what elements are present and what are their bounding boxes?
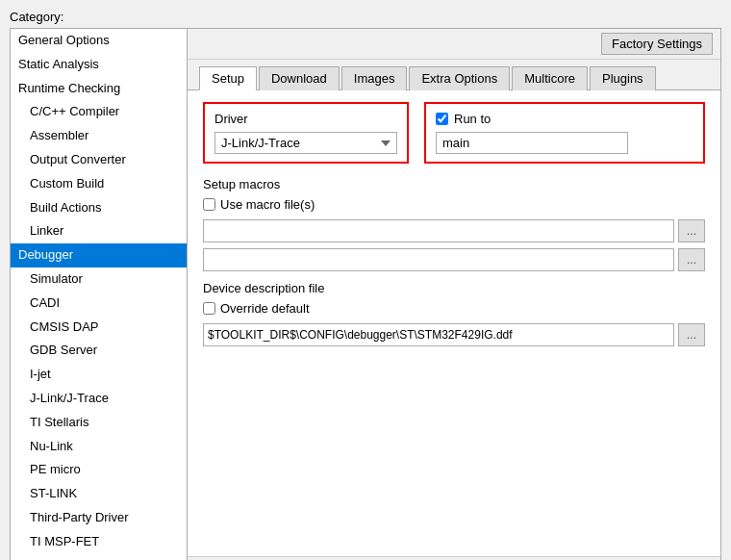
sidebar-item-cmsis-dap[interactable]: CMSIS DAP — [11, 316, 187, 340]
macro-field2-row: ... — [203, 248, 705, 271]
run-to-checkbox[interactable] — [436, 113, 448, 125]
sidebar-item-custom-build[interactable]: Custom Build — [11, 172, 187, 196]
sidebar-item-st-link[interactable]: ST-LINK — [11, 482, 187, 506]
device-path-row: ... — [203, 323, 705, 346]
sidebar-item-simulator[interactable]: Simulator — [11, 267, 187, 292]
device-description-title: Device description file — [203, 281, 705, 295]
run-to-label: Run to — [454, 112, 491, 126]
sidebar-item-debugger[interactable]: Debugger — [11, 243, 187, 267]
use-macro-checkbox[interactable] — [203, 198, 215, 211]
driver-box: Driver J-Link/J-TraceSimulatorCADICMSIS … — [203, 102, 409, 164]
sidebar-item-build-actions[interactable]: Build Actions — [11, 196, 187, 220]
use-macro-row: Use macro file(s) — [203, 197, 705, 212]
sidebar-item-ti-xds[interactable]: TI XDS — [11, 554, 187, 560]
sidebar-item-ti-msp-fet[interactable]: TI MSP-FET — [11, 530, 187, 554]
device-browse-button[interactable]: ... — [678, 323, 705, 346]
sidebar-item-general-options[interactable]: General Options — [11, 29, 187, 53]
macro-browse2-button[interactable]: ... — [678, 248, 705, 271]
driver-label: Driver — [214, 112, 397, 126]
macro-field1-row: ... — [203, 219, 705, 242]
setup-macros-section: Setup macros Use macro file(s) ... ... — [203, 177, 705, 271]
sidebar-item-i-jet[interactable]: I-jet — [11, 363, 187, 387]
run-to-header: Run to — [436, 112, 693, 126]
sidebar-item-jlink-jtrace[interactable]: J-Link/J-Trace — [11, 387, 187, 411]
override-label: Override default — [220, 301, 310, 316]
tabs-row: SetupDownloadImagesExtra OptionsMulticor… — [188, 60, 720, 90]
use-macro-label: Use macro file(s) — [220, 197, 315, 212]
run-to-input[interactable] — [436, 132, 628, 154]
override-row: Override default — [203, 301, 705, 316]
category-label: Category: — [10, 10, 721, 24]
tab-multicore[interactable]: Multicore — [512, 66, 588, 90]
sidebar-item-third-party-driver[interactable]: Third-Party Driver — [11, 506, 187, 530]
driver-select[interactable]: J-Link/J-TraceSimulatorCADICMSIS DAPGDB … — [214, 132, 397, 154]
device-description-section: Device description file Override default… — [203, 281, 705, 346]
sidebar: General OptionsStatic AnalysisRuntime Ch… — [10, 28, 188, 560]
override-checkbox[interactable] — [203, 302, 215, 315]
factory-settings-button[interactable]: Factory Settings — [601, 33, 713, 55]
sidebar-item-assembler[interactable]: Assembler — [11, 124, 187, 148]
right-header: Factory Settings — [188, 29, 720, 60]
sidebar-item-cpp-compiler[interactable]: C/C++ Compiler — [11, 100, 187, 124]
tab-setup[interactable]: Setup — [199, 66, 257, 90]
tab-extra-options[interactable]: Extra Options — [409, 66, 510, 90]
sidebar-item-gdb-server[interactable]: GDB Server — [11, 339, 187, 363]
sidebar-item-pe-micro[interactable]: PE micro — [11, 458, 187, 482]
sidebar-item-static-analysis[interactable]: Static Analysis — [11, 53, 187, 77]
status-bar: https://blog.csdn.net/hjy457459 — [188, 556, 720, 560]
sidebar-item-runtime-checking[interactable]: Runtime Checking — [11, 77, 187, 101]
content-area: Driver J-Link/J-TraceSimulatorCADICMSIS … — [188, 90, 720, 556]
driver-runto-row: Driver J-Link/J-TraceSimulatorCADICMSIS … — [203, 102, 705, 164]
sidebar-item-ti-stellaris[interactable]: TI Stellaris — [11, 411, 187, 435]
tab-download[interactable]: Download — [259, 66, 340, 90]
sidebar-item-cadi[interactable]: CADI — [11, 292, 187, 316]
tab-images[interactable]: Images — [341, 66, 408, 90]
setup-macros-title: Setup macros — [203, 177, 705, 191]
run-to-box: Run to — [424, 102, 705, 164]
right-panel: Factory Settings SetupDownloadImagesExtr… — [188, 28, 721, 560]
macro-field2[interactable] — [203, 248, 674, 271]
sidebar-item-output-converter[interactable]: Output Converter — [11, 148, 187, 172]
sidebar-item-nu-link[interactable]: Nu-Link — [11, 435, 187, 459]
tab-plugins[interactable]: Plugins — [590, 66, 656, 90]
macro-field1[interactable] — [203, 219, 674, 242]
macro-browse1-button[interactable]: ... — [678, 219, 705, 242]
sidebar-item-linker[interactable]: Linker — [11, 219, 187, 243]
device-path-input[interactable] — [203, 323, 674, 346]
